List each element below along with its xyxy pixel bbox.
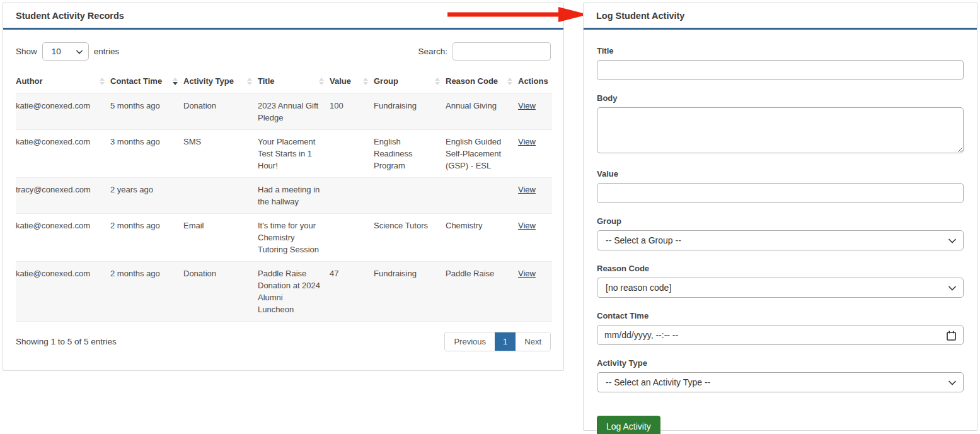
table-header-row: Author Contact Time Activity Type T (16, 70, 552, 94)
title-input[interactable] (597, 60, 964, 80)
right-panel-title: Log Student Activity (596, 11, 684, 21)
activity-type-select[interactable]: -- Select an Activity Type -- (597, 372, 964, 392)
show-label: Show (16, 47, 37, 56)
log-activity-form: Title Body Value Group -- Select a Group… (584, 30, 977, 434)
view-link[interactable]: View (518, 137, 536, 146)
value-input[interactable] (597, 183, 964, 203)
sort-desc-icon (173, 82, 178, 85)
activity-type-select-value: -- Select an Activity Type -- (606, 377, 710, 387)
chevron-down-icon (948, 235, 956, 245)
view-link[interactable]: View (518, 269, 536, 278)
cell-author: katie@conexed.com (16, 214, 110, 262)
cell-group: Fundraising (374, 262, 446, 322)
sort-asc-icon (247, 78, 252, 81)
contact-time-input[interactable] (597, 330, 963, 340)
column-label: Contact Time (110, 76, 162, 86)
sort-desc-icon (507, 82, 512, 85)
cell-contact-time: 3 months ago (110, 130, 183, 178)
cell-activity-type: Donation (183, 262, 258, 322)
page: Student Activity Records Show 10 entries… (0, 0, 980, 434)
entries-count-select[interactable]: 10 (42, 42, 89, 61)
column-label: Reason Code (446, 76, 498, 86)
contact-time-field-group: Contact Time (597, 311, 964, 345)
column-label: Value (330, 76, 351, 86)
chevron-down-icon (948, 377, 956, 387)
previous-page-button[interactable]: Previous (445, 332, 495, 351)
body-field-group: Body (597, 93, 964, 156)
group-field-group: Group -- Select a Group -- (597, 216, 964, 250)
table-row: katie@conexed.com 5 months ago Donation … (16, 94, 552, 130)
view-link[interactable]: View (518, 101, 536, 110)
column-header-contact-time[interactable]: Contact Time (110, 70, 183, 94)
view-link[interactable]: View (518, 221, 536, 230)
view-link[interactable]: View (518, 185, 536, 194)
sort-icons (100, 78, 105, 85)
table-row: tracy@conexed.com 2 years ago Had a meet… (16, 178, 552, 214)
sort-asc-icon (435, 78, 440, 81)
log-activity-button[interactable]: Log Activity (597, 416, 660, 434)
cell-author: katie@conexed.com (16, 262, 110, 322)
pagination: Previous 1 Next (444, 332, 551, 351)
contact-time-input-wrap (597, 325, 964, 345)
student-activity-records-panel: Student Activity Records Show 10 entries… (3, 3, 564, 371)
cell-title: Had a meeting in the hallway (258, 178, 330, 214)
cell-reason-code: English Guided Self-Placement (GSP) - ES… (446, 130, 518, 178)
cell-reason-code: Annual Giving (446, 94, 518, 130)
sort-asc-icon (507, 78, 512, 81)
contact-time-label: Contact Time (597, 311, 964, 320)
value-field-group: Value (597, 169, 964, 203)
column-header-reason-code[interactable]: Reason Code (446, 70, 518, 94)
cell-value (330, 178, 374, 214)
cell-title: 2023 Annual Gift Pledge (258, 94, 330, 130)
column-header-title[interactable]: Title (258, 70, 330, 94)
sort-icons (247, 78, 252, 85)
chevron-down-icon (76, 47, 83, 56)
table-row: katie@conexed.com 2 months ago Donation … (16, 262, 552, 322)
cell-reason-code: Paddle Raise (446, 262, 518, 322)
cell-group: English Readiness Program (374, 130, 446, 178)
table-row: katie@conexed.com 2 months ago Email It'… (16, 214, 552, 262)
sort-desc-icon (100, 82, 105, 85)
body-textarea[interactable] (597, 107, 964, 153)
group-select[interactable]: -- Select a Group -- (597, 230, 964, 250)
entries-length-control: Show 10 entries (16, 42, 119, 61)
column-label: Author (16, 76, 43, 86)
reason-code-select[interactable]: [no reason code] (597, 278, 964, 298)
sort-desc-icon (247, 82, 252, 85)
left-panel-body: Show 10 entries Search: (3, 30, 563, 364)
column-header-value[interactable]: Value (330, 70, 374, 94)
cell-group: Fundraising (374, 94, 446, 130)
cell-contact-time: 2 months ago (110, 214, 183, 262)
search-label: Search: (418, 47, 447, 56)
table-footer: Showing 1 to 5 of 5 entries Previous 1 N… (16, 332, 551, 351)
left-panel-title: Student Activity Records (16, 11, 124, 21)
sort-icons (173, 78, 178, 85)
log-student-activity-panel: Log Student Activity Title Body Value Gr… (583, 3, 977, 431)
table-controls: Show 10 entries Search: (16, 42, 551, 61)
showing-entries-info: Showing 1 to 5 of 5 entries (16, 337, 117, 346)
page-number-button[interactable]: 1 (495, 332, 516, 351)
column-label: Activity Type (183, 76, 234, 86)
column-header-actions: Actions (518, 70, 552, 94)
cell-title: Your Placement Test Starts in 1 Hour! (258, 130, 330, 178)
cell-title: It's time for your Chemistry Tutoring Se… (258, 214, 330, 262)
cell-group: Science Tutors (374, 214, 446, 262)
activity-type-label: Activity Type (597, 358, 964, 368)
sort-asc-icon (100, 78, 105, 81)
column-header-author[interactable]: Author (16, 70, 110, 94)
column-label: Actions (518, 76, 548, 86)
column-header-group[interactable]: Group (374, 70, 446, 94)
reason-code-label: Reason Code (597, 264, 964, 273)
next-page-button[interactable]: Next (516, 332, 550, 351)
cell-value (330, 214, 374, 262)
column-header-activity-type[interactable]: Activity Type (183, 70, 258, 94)
column-label: Title (258, 76, 275, 86)
cell-activity-type: Email (183, 214, 258, 262)
title-label: Title (597, 46, 964, 56)
cell-contact-time: 5 months ago (110, 94, 183, 130)
sort-icons (363, 78, 368, 85)
cell-author: katie@conexed.com (16, 130, 110, 178)
red-arrow-icon (447, 4, 589, 25)
entries-label: entries (94, 47, 120, 56)
search-input[interactable] (453, 42, 551, 61)
